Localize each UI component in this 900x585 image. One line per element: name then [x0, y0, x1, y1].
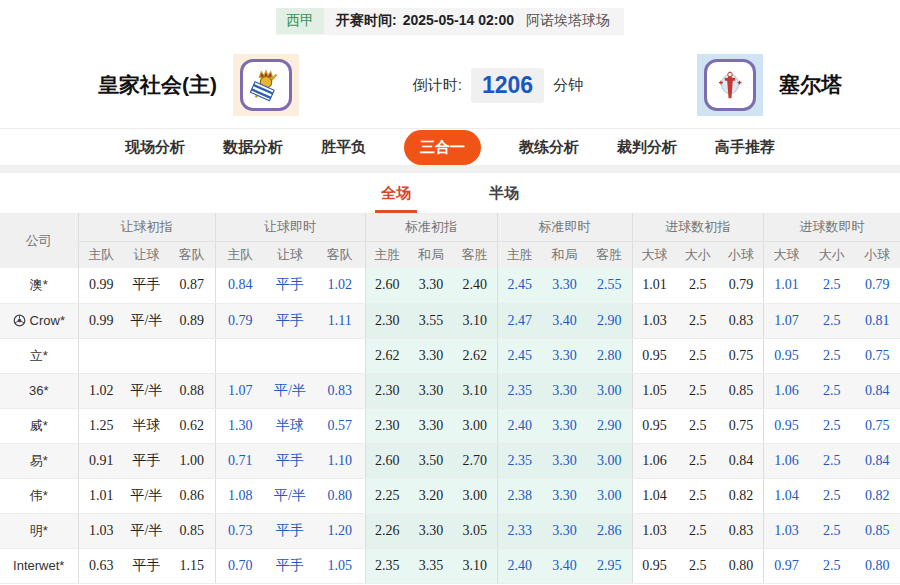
- odds-cell: 0.84: [719, 443, 763, 478]
- odds-cell: 2.62: [453, 338, 497, 373]
- company-cell: 易*: [0, 443, 78, 478]
- nav-tab[interactable]: 现场分析: [125, 138, 185, 157]
- odds-cell: 1.03: [763, 513, 809, 548]
- odds-cell: 2.33: [497, 513, 542, 548]
- nav-tabs: 现场分析数据分析胜平负三合一教练分析裁判分析高手推荐: [0, 128, 900, 165]
- odds-cell: 0.63: [78, 548, 124, 583]
- odds-cell: 3.10: [453, 373, 497, 408]
- odds-cell: 2.60: [365, 443, 409, 478]
- odds-cell: 0.87: [169, 268, 215, 303]
- match-info-bar: 西甲 开赛时间: 2025-05-14 02:00 阿诺埃塔球场: [0, 0, 900, 42]
- teams-header: 皇家社会(主) 倒计时: 1206 分钟: [0, 42, 900, 128]
- odds-cell: 0.84: [854, 443, 900, 478]
- odds-cell: 0.84: [215, 268, 265, 303]
- venue-label: 阿诺埃塔球场: [526, 12, 610, 30]
- column-header: 主队: [78, 241, 124, 268]
- company-header: 公司: [0, 213, 78, 268]
- odds-cell: 0.95: [632, 548, 676, 583]
- odds-cell: 1.10: [315, 443, 365, 478]
- odds-cell: 2.38: [497, 478, 542, 513]
- odds-cell: 平手: [124, 548, 169, 583]
- odds-cell: 1.30: [215, 408, 265, 443]
- odds-cell: 平手: [265, 268, 315, 303]
- nav-tab[interactable]: 裁判分析: [617, 138, 677, 157]
- odds-cell: 2.5: [809, 443, 854, 478]
- odds-cell: 2.5: [676, 268, 719, 303]
- odds-cell: 2.45: [497, 268, 542, 303]
- odds-cell: 0.89: [169, 303, 215, 338]
- table-row: 伟*1.01平/半0.861.08平/半0.802.253.203.002.38…: [0, 478, 900, 513]
- odds-cell: 2.5: [676, 303, 719, 338]
- odds-table: 公司让球初指让球即时标准初指标准即时进球数初指进球数即时主队让球客队主队让球客队…: [0, 213, 900, 584]
- match-info-strip: 西甲 开赛时间: 2025-05-14 02:00 阿诺埃塔球场: [276, 8, 624, 35]
- odds-cell: 3.30: [542, 443, 587, 478]
- odds-cell: 2.47: [497, 303, 542, 338]
- odds-cell: 0.95: [763, 408, 809, 443]
- separator-band: [0, 165, 900, 173]
- odds-cell: 0.81: [854, 303, 900, 338]
- odds-cell: 0.83: [719, 303, 763, 338]
- home-crest-icon: [240, 59, 292, 111]
- odds-cell: 1.15: [169, 548, 215, 583]
- odds-cell: 平/半: [265, 373, 315, 408]
- odds-cell: 2.40: [497, 548, 542, 583]
- odds-cell: 0.99: [78, 303, 124, 338]
- company-cell: 36*: [0, 373, 78, 408]
- odds-cell: 2.40: [497, 408, 542, 443]
- odds-cell: 0.95: [763, 338, 809, 373]
- odds-cell: 3.30: [409, 513, 453, 548]
- odds-cell: 半球: [124, 408, 169, 443]
- odds-cell: 3.30: [542, 338, 587, 373]
- nav-tab[interactable]: 高手推荐: [715, 138, 775, 157]
- odds-cell: 1.04: [632, 478, 676, 513]
- away-team-name: 塞尔塔: [779, 71, 842, 99]
- column-header: 客胜: [453, 241, 497, 268]
- odds-cell: 2.40: [453, 268, 497, 303]
- countdown-value: 1206: [471, 68, 544, 103]
- odds-cell: 0.97: [763, 548, 809, 583]
- odds-cell: 平/半: [124, 513, 169, 548]
- odds-cell: 3.30: [409, 338, 453, 373]
- odds-cell: 2.35: [365, 548, 409, 583]
- table-row: 明*1.03平/半0.850.73平手1.202.263.303.052.333…: [0, 513, 900, 548]
- odds-cell: 2.35: [497, 443, 542, 478]
- odds-cell: 0.85: [719, 373, 763, 408]
- odds-cell: 2.90: [587, 408, 632, 443]
- period-subtab[interactable]: 半场: [483, 174, 525, 213]
- odds-cell: 2.5: [809, 303, 854, 338]
- company-cell: Crow*: [0, 303, 78, 338]
- group-header: 让球初指: [78, 213, 215, 241]
- odds-cell: 3.55: [409, 303, 453, 338]
- nav-tab[interactable]: 教练分析: [519, 138, 579, 157]
- group-header: 让球即时: [215, 213, 365, 241]
- column-header: 主胜: [365, 241, 409, 268]
- column-header: 让球: [124, 241, 169, 268]
- league-badge: 西甲: [276, 8, 324, 34]
- odds-cell: 3.00: [587, 478, 632, 513]
- nav-tab[interactable]: 三合一: [404, 130, 481, 165]
- soccer-ball-icon: [13, 314, 26, 327]
- odds-cell: 2.45: [497, 338, 542, 373]
- odds-cell: 3.20: [409, 478, 453, 513]
- odds-cell: 平/半: [124, 373, 169, 408]
- odds-cell: 1.04: [763, 478, 809, 513]
- group-header: 标准即时: [497, 213, 632, 241]
- nav-tab[interactable]: 胜平负: [321, 138, 366, 157]
- kickoff-time: 开赛时间: 2025-05-14 02:00: [336, 12, 514, 30]
- company-cell: 伟*: [0, 478, 78, 513]
- odds-cell: 半球: [265, 408, 315, 443]
- odds-cell: 1.02: [78, 373, 124, 408]
- odds-cell: 2.26: [365, 513, 409, 548]
- away-crest-icon: [704, 59, 756, 111]
- odds-cell: 1.02: [315, 268, 365, 303]
- period-subtab[interactable]: 全场: [375, 174, 417, 213]
- nav-tab[interactable]: 数据分析: [223, 138, 283, 157]
- column-header: 和局: [542, 241, 587, 268]
- odds-cell: 0.57: [315, 408, 365, 443]
- odds-cell: 2.35: [497, 373, 542, 408]
- column-header: 小球: [854, 241, 900, 268]
- group-header: 进球数初指: [632, 213, 763, 241]
- odds-cell: 1.01: [632, 268, 676, 303]
- odds-cell: 1.03: [78, 513, 124, 548]
- company-cell: 威*: [0, 408, 78, 443]
